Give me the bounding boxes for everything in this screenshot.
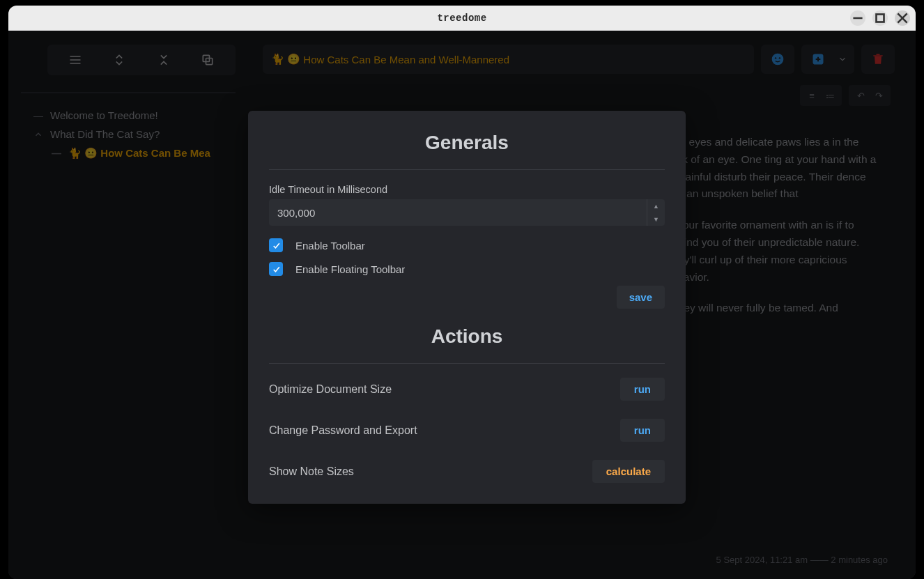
maximize-button[interactable] bbox=[872, 10, 888, 26]
close-button[interactable] bbox=[895, 10, 910, 26]
show-note-sizes-calculate-button[interactable]: calculate bbox=[592, 460, 665, 483]
idle-timeout-label: Idle Timeout in Millisecond bbox=[269, 184, 665, 195]
enable-floating-toolbar-label: Enable Floating Toolbar bbox=[295, 263, 405, 275]
divider bbox=[269, 169, 665, 170]
action-label: Show Note Sizes bbox=[269, 465, 354, 478]
change-password-run-button[interactable]: run bbox=[620, 419, 665, 442]
stepper-down-icon[interactable]: ▼ bbox=[647, 213, 665, 226]
save-button[interactable]: save bbox=[617, 286, 665, 309]
titlebar: treedome bbox=[8, 6, 916, 31]
stepper-up-icon[interactable]: ▲ bbox=[647, 199, 665, 213]
action-label: Change Password and Export bbox=[269, 424, 417, 437]
idle-timeout-input-wrap: ▲ ▼ bbox=[269, 199, 665, 226]
enable-floating-toolbar-checkbox[interactable] bbox=[269, 262, 283, 276]
modal-section-title: Actions bbox=[269, 325, 665, 348]
minimize-button[interactable] bbox=[850, 10, 865, 26]
optimize-run-button[interactable]: run bbox=[620, 378, 665, 401]
settings-modal: Generals Idle Timeout in Millisecond ▲ ▼… bbox=[248, 111, 686, 504]
action-label: Optimize Document Size bbox=[269, 383, 392, 396]
modal-section-title: Generals bbox=[269, 132, 665, 154]
svg-rect-1 bbox=[877, 15, 884, 22]
enable-toolbar-label: Enable Toolbar bbox=[295, 240, 365, 252]
divider bbox=[269, 363, 665, 364]
enable-toolbar-checkbox[interactable] bbox=[269, 238, 283, 252]
idle-timeout-input[interactable] bbox=[269, 199, 647, 226]
window-title: treedome bbox=[437, 13, 486, 24]
